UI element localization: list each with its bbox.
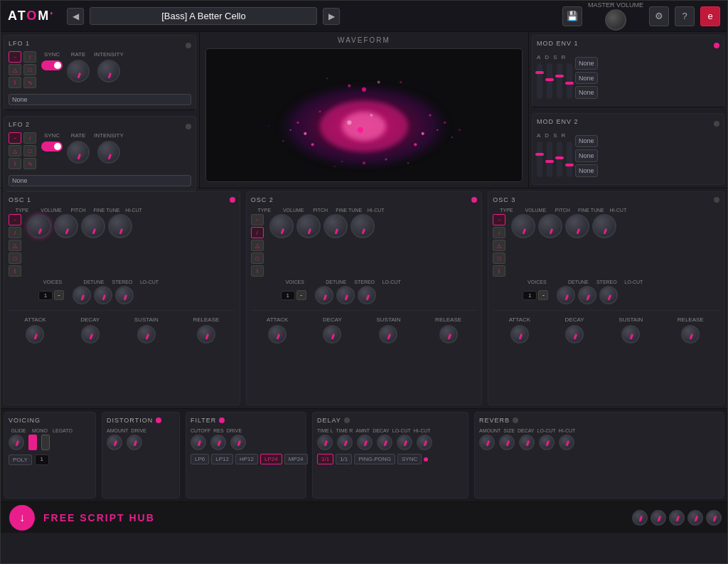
save-button[interactable]: 💾 (562, 6, 582, 26)
lfo1-target-select[interactable]: None (9, 94, 191, 105)
mod-env2-attack-slider[interactable] (537, 142, 542, 177)
osc1-release-knob[interactable] (197, 325, 215, 344)
osc2-volume-knob[interactable] (269, 214, 294, 238)
osc2-finetune-knob[interactable] (323, 214, 348, 238)
delay-amount-knob[interactable] (357, 435, 373, 450)
osc3-voices-down[interactable]: - (538, 290, 548, 300)
delay-decay-knob[interactable] (377, 435, 392, 450)
osc3-shape-sq[interactable]: □ (493, 252, 505, 264)
mod-env2-release-slider[interactable] (567, 142, 572, 177)
bottom-knob2[interactable] (651, 510, 666, 526)
delay-time2-btn[interactable]: 1/1 (336, 454, 352, 464)
delay-timel-knob[interactable] (317, 435, 333, 450)
delay-locut-knob[interactable] (397, 435, 412, 450)
bottom-knob1[interactable] (632, 510, 648, 526)
distortion-amount-knob[interactable] (107, 435, 122, 450)
prev-button[interactable]: ◀ (67, 8, 84, 25)
osc1-decay-knob[interactable] (81, 325, 100, 344)
next-button[interactable]: ▶ (323, 8, 340, 25)
osc1-hicut-knob[interactable] (108, 214, 132, 238)
osc1-sustain-knob[interactable] (137, 325, 156, 344)
settings-button[interactable]: ⚙ (649, 6, 669, 26)
osc1-pitch-knob[interactable] (54, 214, 78, 238)
delay-timer-knob[interactable] (337, 435, 353, 450)
lfo1-shape-sm[interactable]: ∿ (23, 77, 36, 88)
voicing-glide-knob[interactable] (9, 435, 24, 450)
osc1-shape-saw[interactable]: / (9, 227, 21, 238)
osc3-release-knob[interactable] (681, 325, 700, 344)
mod-env2-decay-slider[interactable] (547, 142, 552, 177)
bottom-knob3[interactable] (669, 510, 685, 526)
osc1-voices-down[interactable]: - (54, 290, 64, 300)
lfo2-target-select[interactable]: None (9, 175, 191, 186)
delay-time1-btn[interactable]: 1/1 (317, 454, 333, 464)
osc3-volume-knob[interactable] (511, 214, 535, 238)
osc1-stereo-knob[interactable] (94, 286, 112, 304)
osc1-finetune-knob[interactable] (81, 214, 105, 238)
filter-lp12-btn[interactable]: LP12 (211, 454, 233, 464)
osc2-decay-knob[interactable] (323, 325, 341, 344)
osc2-voices-down[interactable]: - (296, 290, 306, 300)
mod-env1-release-slider[interactable] (567, 63, 572, 99)
osc2-sustain-knob[interactable] (379, 325, 397, 344)
osc3-decay-knob[interactable] (565, 325, 584, 344)
distortion-drive-knob[interactable] (127, 435, 142, 450)
voicing-mono-toggle[interactable] (28, 435, 37, 450)
lfo2-shape-sine[interactable]: ~ (9, 132, 21, 144)
mod-env2-target3[interactable]: None (575, 164, 598, 177)
download-button[interactable]: ↓ (9, 505, 35, 531)
lfo1-shape-tri[interactable]: △ (9, 64, 21, 75)
lfo2-shape-sq[interactable]: □ (23, 145, 36, 156)
bottom-knob4[interactable] (687, 510, 703, 526)
osc2-hicut-knob[interactable] (350, 214, 375, 238)
filter-hp12-btn[interactable]: HP12 (235, 454, 258, 464)
osc2-shape-saw[interactable]: / (251, 227, 264, 238)
osc2-detune-knob[interactable] (315, 286, 333, 304)
osc3-stereo-knob[interactable] (578, 286, 596, 304)
osc1-shape-sine[interactable]: ~ (9, 214, 21, 225)
osc3-hicut-knob[interactable] (592, 214, 616, 238)
master-volume-knob[interactable] (605, 9, 626, 31)
bottom-knob5[interactable] (706, 510, 722, 526)
lfo1-intensity-knob[interactable] (97, 60, 120, 83)
delay-pingpong-btn[interactable]: PING-PONG (354, 454, 395, 464)
filter-res-knob[interactable] (210, 435, 226, 450)
osc2-locut-knob[interactable] (358, 286, 376, 304)
reverb-hicut-knob[interactable] (559, 435, 574, 450)
mod-env1-attack-slider[interactable] (537, 63, 542, 99)
mod-env1-target2[interactable]: None (575, 72, 598, 85)
mod-env2-target2[interactable]: None (575, 149, 598, 162)
lfo1-shape-rnd[interactable]: ⌇ (9, 77, 21, 88)
filter-drive-knob[interactable] (230, 435, 246, 450)
osc1-shape-tri[interactable]: △ (9, 240, 21, 251)
reverb-amount-knob[interactable] (479, 435, 495, 450)
osc2-release-knob[interactable] (439, 325, 458, 344)
lfo1-shape-sine[interactable]: ~ (9, 51, 21, 63)
osc2-shape-sine[interactable]: ~ (251, 214, 264, 225)
lfo2-rate-knob[interactable] (67, 141, 90, 164)
lfo2-shape-rnd[interactable]: ⌇ (9, 158, 21, 169)
lfo2-shape-saw[interactable]: / (23, 132, 36, 144)
delay-hicut-knob[interactable] (417, 435, 432, 450)
brand-button[interactable]: e (700, 6, 720, 26)
voicing-poly-btn[interactable]: POLY (9, 454, 32, 465)
osc1-attack-knob[interactable] (26, 325, 44, 344)
osc3-detune-knob[interactable] (557, 286, 575, 304)
osc2-shape-rnd[interactable]: ⌇ (251, 265, 264, 277)
mod-env1-target3[interactable]: None (575, 86, 598, 99)
lfo1-rate-knob[interactable] (67, 60, 90, 83)
lfo2-intensity-knob[interactable] (97, 141, 120, 164)
lfo1-shape-sq[interactable]: □ (23, 64, 36, 75)
osc2-shape-tri[interactable]: △ (251, 240, 264, 251)
filter-lp24-btn[interactable]: LP24 (260, 454, 282, 464)
osc2-attack-knob[interactable] (268, 325, 287, 344)
osc1-detune-knob[interactable] (73, 286, 91, 304)
mod-env2-sustain-slider[interactable] (557, 142, 562, 177)
osc3-pitch-knob[interactable] (538, 214, 562, 238)
lfo2-shape-tri[interactable]: △ (9, 145, 21, 156)
lfo2-sync-toggle[interactable] (41, 142, 63, 151)
osc3-shape-rnd[interactable]: ⌇ (493, 265, 505, 277)
osc1-shape-rnd[interactable]: ⌇ (9, 265, 21, 277)
filter-cutoff-knob[interactable] (191, 435, 206, 450)
reverb-size-knob[interactable] (499, 435, 515, 450)
